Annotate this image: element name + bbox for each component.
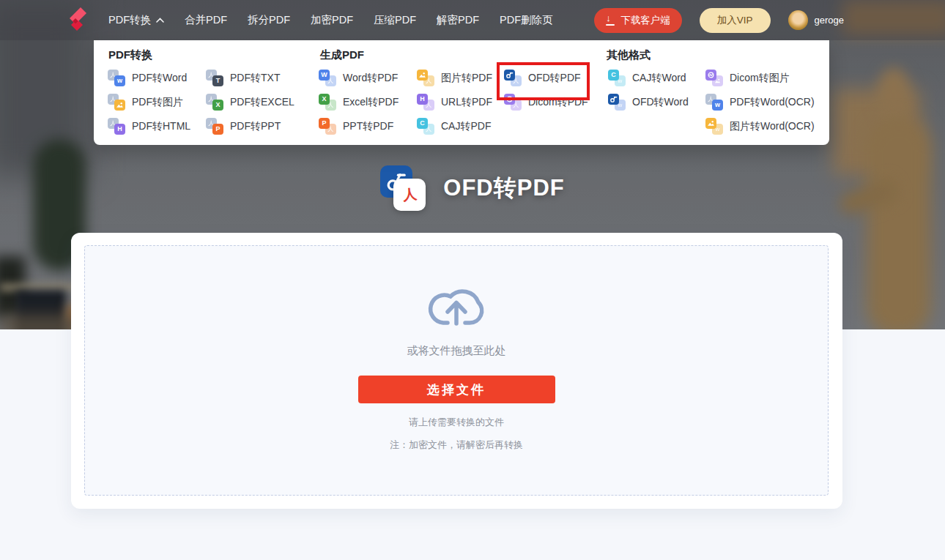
menu-item-pdf-to-word-ocr[interactable]: 人 w PDF转Word(OCR) (705, 90, 815, 114)
username: geroge (815, 15, 844, 26)
pdf-to-excel-icon: 人 X (206, 94, 223, 111)
menu-item-label: Dicom转图片 (730, 72, 790, 85)
menu-item-ppt-to-pdf[interactable]: P 人 PPT转PDF (319, 114, 399, 138)
nav-item-pdf-convert[interactable]: PDF转换 (108, 13, 164, 27)
avatar[interactable] (788, 10, 808, 30)
pdf-file-icon: 人 (393, 179, 426, 211)
menu-item-pdf-to-word[interactable]: 人 w PDF转Word (108, 66, 190, 90)
drag-drop-hint: 或将文件拖拽至此处 (407, 344, 506, 358)
choose-file-button[interactable]: 选择文件 (358, 376, 555, 403)
menu-item-pdf-to-html[interactable]: 人 H PDF转HTML (108, 114, 190, 138)
menu-item-label: CAJ转PDF (441, 120, 491, 133)
navbar-right-actions: ↓ 下载客户端 加入VIP geroge (594, 8, 844, 33)
pdf-to-html-icon: 人 H (108, 118, 125, 135)
nav-item-decrypt-pdf[interactable]: 解密PDF (437, 13, 479, 27)
ofd-to-word-icon: w (608, 94, 626, 111)
download-client-label: 下载客户端 (620, 14, 670, 27)
download-icon: ↓ (606, 15, 615, 26)
nav-item-merge-pdf[interactable]: 合并PDF (185, 13, 227, 27)
menu-item-label: PDF转PPT (230, 120, 281, 133)
menu-item-ofd-to-word[interactable]: w OFD转Word (608, 90, 689, 114)
menu-item-excel-to-pdf[interactable]: X 人 Excel转PDF (319, 90, 399, 114)
nav-item-encrypt-pdf[interactable]: 加密PDF (311, 13, 353, 27)
menu-item-caj-to-word[interactable]: C w CAJ转Word (608, 66, 689, 90)
excel-to-pdf-icon: X 人 (319, 94, 336, 111)
pdf-to-word-icon: 人 w (108, 70, 125, 86)
upload-card: 或将文件拖拽至此处 选择文件 请上传需要转换的文件 注：加密文件，请解密后再转换 (71, 233, 842, 509)
nav-item-compress-pdf[interactable]: 压缩PDF (374, 13, 416, 27)
menu-item-word-to-pdf[interactable]: W 人 Word转PDF (319, 66, 399, 90)
menu-item-label: PDF转Word(OCR) (730, 96, 815, 109)
brand-logo-icon (64, 7, 88, 34)
nav-item-label: PDF转换 (108, 13, 151, 27)
menu-section-title-other-formats: 其他格式 (607, 48, 651, 62)
pdf-to-word-ocr-icon: 人 w (705, 94, 723, 111)
menu-item-label: Dicom转PDF (528, 96, 588, 109)
word-to-pdf-icon: W 人 (319, 70, 336, 86)
menu-item-pdf-to-txt[interactable]: 人 T PDF转TXT (206, 66, 294, 90)
menu-item-dicom-to-pdf[interactable]: 人 Dicom转PDF (504, 90, 588, 114)
pdf-convert-dropdown-menu: PDF转换 生成PDF 其他格式 人 w PDF转Word 人 PDF转图片 (94, 40, 829, 145)
user-account[interactable]: geroge (788, 10, 844, 30)
nav-menu: PDF转换 合并PDF 拆分PDF 加密PDF 压缩PDF 解密PDF PDF删… (108, 13, 553, 27)
file-dropzone[interactable]: 或将文件拖拽至此处 选择文件 请上传需要转换的文件 注：加密文件，请解密后再转换 (84, 245, 829, 496)
menu-item-label: OFD转PDF (528, 72, 581, 85)
menu-item-pdf-to-ppt[interactable]: 人 P PDF转PPT (206, 114, 294, 138)
menu-section-title-pdf-convert: PDF转换 (108, 48, 152, 62)
upload-hint: 请上传需要转换的文件 (409, 416, 504, 429)
page-title: OFD转PDF (443, 173, 564, 204)
menu-item-label: Word转PDF (343, 72, 398, 85)
menu-item-label: PDF转HTML (132, 120, 190, 133)
menu-item-label: PDF转EXCEL (230, 96, 294, 109)
menu-item-url-to-pdf[interactable]: H 人 URL转PDF (417, 90, 492, 114)
encrypted-file-note: 注：加密文件，请解密后再转换 (390, 438, 523, 452)
url-to-pdf-icon: H 人 (417, 94, 434, 111)
chevron-up-icon (156, 18, 164, 23)
tool-title-block: 人 OFD转PDF (0, 165, 945, 211)
dicom-to-image-icon (705, 70, 723, 86)
pdf-to-txt-icon: 人 T (206, 70, 223, 86)
ppt-to-pdf-icon: P 人 (319, 118, 336, 135)
ofd-to-pdf-icon: 人 (504, 70, 522, 86)
menu-section-title-generate-pdf: 生成PDF (320, 48, 364, 62)
page: 人 OFD转PDF 或将文件拖拽至此处 选择文件 请上传需要转换的文件 注：加密… (0, 0, 945, 560)
menu-item-image-to-word-ocr[interactable]: w 图片转Word(OCR) (705, 114, 815, 138)
menu-item-label: CAJ转Word (632, 72, 686, 85)
menu-item-label: PDF转Word (132, 72, 187, 85)
menu-item-label: PPT转PDF (343, 120, 393, 133)
menu-item-label: URL转PDF (441, 96, 492, 109)
image-to-word-ocr-icon: w (705, 118, 723, 135)
menu-item-label: 图片转Word(OCR) (730, 120, 815, 133)
menu-item-caj-to-pdf[interactable]: C 人 CAJ转PDF (417, 114, 492, 138)
ofd-to-pdf-icon: 人 (380, 165, 426, 211)
menu-item-label: PDF转TXT (230, 72, 280, 85)
nav-item-delete-pages[interactable]: PDF删除页 (500, 13, 553, 27)
caj-to-word-icon: C w (608, 70, 626, 86)
image-to-pdf-icon: 人 (417, 70, 434, 86)
menu-item-dicom-to-image[interactable]: Dicom转图片 (705, 66, 815, 90)
menu-item-pdf-to-image[interactable]: 人 PDF转图片 (108, 90, 190, 114)
menu-item-label: 图片转PDF (441, 72, 492, 85)
top-navbar: PDF转换 合并PDF 拆分PDF 加密PDF 压缩PDF 解密PDF PDF删… (0, 0, 945, 40)
pdf-to-image-icon: 人 (108, 94, 125, 111)
menu-item-label: PDF转图片 (132, 96, 183, 109)
menu-item-image-to-pdf[interactable]: 人 图片转PDF (417, 66, 492, 90)
menu-item-pdf-to-excel[interactable]: 人 X PDF转EXCEL (206, 90, 294, 114)
nav-item-split-pdf[interactable]: 拆分PDF (248, 13, 290, 27)
cloud-upload-icon (421, 272, 492, 331)
menu-item-label: Excel转PDF (343, 96, 399, 109)
dicom-to-pdf-icon: 人 (504, 94, 522, 111)
brand-logo[interactable] (64, 7, 88, 34)
menu-item-label: OFD转Word (632, 96, 689, 109)
download-client-button[interactable]: ↓ 下载客户端 (594, 8, 682, 33)
caj-to-pdf-icon: C 人 (417, 118, 434, 135)
pdf-to-ppt-icon: 人 P (206, 118, 223, 135)
menu-item-ofd-to-pdf[interactable]: 人 OFD转PDF (504, 66, 588, 90)
join-vip-button[interactable]: 加入VIP (700, 8, 771, 33)
